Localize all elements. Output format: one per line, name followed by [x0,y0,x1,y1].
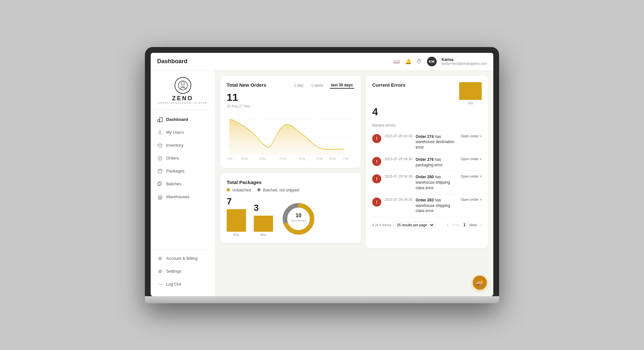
sidebar-item-logout[interactable]: → Log Out [153,278,212,290]
error-row-2: ! 2023-07-28 04:30 Order 280 has warehou… [372,171,482,194]
sidebar-item-inventory[interactable]: Inventory [153,139,212,151]
svg-point-5 [158,156,162,160]
sidebar-item-settings[interactable]: ⚙ Settings [153,265,212,277]
svg-rect-2 [158,120,159,122]
donut-chart-wrap: 10 Total Packages [281,201,316,237]
errors-header: Current Errors July [372,82,482,105]
sidebar-bottom: ⚙ Account & Billing ⚙ Settings → Log Out [151,249,215,291]
svg-rect-3 [160,117,162,122]
sidebar-item-label-batches: Batches [166,181,181,186]
svg-text:21 Sep: 21 Sep [227,157,232,160]
clock-icon[interactable]: ⏱ [417,59,422,64]
topbar-right: 📖 🔔 ⏱ KM Karisa karisa+test3@stoalogisti… [393,57,487,66]
packages-content: 7 May 3 [227,196,354,237]
sidebar-item-packages[interactable]: Packages [153,165,212,177]
error-order-1: Order 276 [416,157,435,162]
content-area: Total New Orders 1 day 1 week last 30 da… [215,71,493,296]
svg-text:30 Aug: 30 Aug [299,157,305,160]
sidebar-item-dashboard[interactable]: Dashboard [153,113,212,126]
logout-icon: → [157,281,163,287]
truck-icon: 🚚 [476,279,483,286]
errors-bar [459,82,482,100]
sidebar-item-label-dashboard: Dashboard [166,117,188,122]
sidebar-item-label-warehouses: Warehouses [166,194,190,199]
sidebar-item-label-packages: Packages [166,169,185,173]
svg-text:15 Sep: 15 Sep [317,157,323,160]
unbatched-bar-label: May [233,233,240,237]
sidebar-nav: Dashboard My Users [151,113,215,249]
next-button[interactable]: Next [468,222,478,228]
chart-controls: 1 day 1 week last 30 days [293,82,354,89]
chart-filter-1week[interactable]: 1 week [310,83,325,88]
sidebar-item-my-users[interactable]: My Users [153,126,212,139]
unbatched-stat: 7 May [227,196,246,237]
book-icon[interactable]: 📖 [393,58,400,64]
svg-text:20 Sep: 20 Sep [279,157,286,160]
orders-card-title: Total New Orders [227,82,266,88]
page-title: Dashboard [157,58,187,65]
donut-sub-label: Total Packages [291,219,306,222]
legend-batched: Batched, not shipped [257,188,299,192]
user-name: Karisa [442,57,487,62]
pagination-left: 4 of 4 errors 25 results per page [372,222,435,228]
error-time-0: 2023-07-28 04:30 [384,134,412,138]
batched-bar-wrap: May [254,216,273,237]
packages-legend: Unbatched Batched, not shipped [227,188,354,192]
legend-dot-batched [257,188,260,191]
prev-button[interactable]: Prev [451,222,461,228]
errors-card-title: Current Errors [372,82,405,88]
inventory-icon [157,142,163,148]
users-icon [157,130,163,135]
user-avatar[interactable]: KM [427,57,437,66]
sidebar-item-label-logout: Log Out [166,282,181,287]
sidebar-item-account[interactable]: ⚙ Account & Billing [153,252,212,265]
sidebar-item-orders[interactable]: Orders [153,152,212,164]
warehouses-icon [157,194,163,200]
svg-rect-12 [159,198,161,199]
recent-errors-title: Recent errors [372,123,482,128]
chart-filter-1day[interactable]: 1 day [293,83,305,88]
settings-icon: ⚙ [157,268,163,274]
error-link-0[interactable]: Open order > [461,134,482,138]
packages-card-title: Total Packages [227,180,261,185]
error-link-3[interactable]: Open order > [461,198,482,201]
svg-point-0 [178,81,187,90]
svg-text:17 Sep: 17 Sep [342,157,349,160]
error-link-2[interactable]: Open order > [461,174,482,178]
topbar: Dashboard 📖 🔔 ⏱ KM Karisa karisa+test3@s… [151,53,493,71]
chart-filter-30days[interactable]: last 30 days [330,82,354,89]
error-icon-0: ! [372,134,381,143]
error-link-1[interactable]: Open order > [461,157,482,161]
sidebar-item-batches[interactable]: Batches [153,178,212,190]
laptop-base [145,296,499,303]
batches-icon [157,181,163,187]
svg-text:19 Sep: 19 Sep [241,157,248,160]
dashboard-icon [157,117,163,122]
user-email: karisa+test3@stoalogistics.com [442,62,487,65]
legend-unbatched: Unbatched [227,188,251,192]
batched-bar-label: May [260,233,267,237]
bell-icon[interactable]: 🔔 [405,58,412,64]
orders-icon [157,155,163,161]
logo-icon [175,77,191,94]
sidebar-item-warehouses[interactable]: Warehouses [153,191,212,203]
sidebar-item-label-orders: Orders [166,156,179,160]
chevron-left-icon: ‹ [447,223,449,227]
error-row-0: ! 2023-07-28 04:30 Order 274 has warehou… [372,131,482,154]
unbatched-bar [227,209,246,232]
error-desc-3: Order 283 has warehouse shipping class e… [416,198,458,214]
batched-bar [254,216,273,232]
per-page-select[interactable]: 25 results per page [393,222,435,228]
main-content: Total New Orders 1 day 1 week last 30 da… [215,71,493,296]
errors-count: 4 [372,106,482,118]
donut-total-label: 10 [296,213,301,218]
error-row-3: ! 2023-07-28 04:30 Order 283 has warehou… [372,194,482,217]
unbatched-bar-wrap: May [227,209,246,237]
legend-dot-unbatched [227,188,230,191]
floating-action-button[interactable]: 🚚 [473,276,487,290]
donut-chart-svg: 10 Total Packages [281,201,316,237]
sidebar-item-label-my-users: My Users [166,130,184,135]
sidebar-item-label-account: Account & Billing [166,256,198,261]
chevron-right-icon: › [480,223,482,227]
errors-card: Current Errors July 4 Recent errors [366,76,488,248]
